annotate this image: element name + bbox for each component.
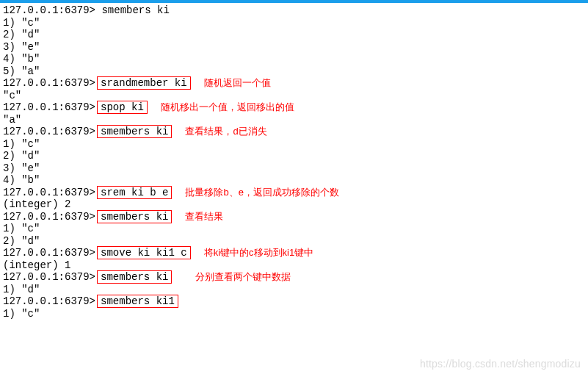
cmd-text: smembers ki [101,4,169,17]
cmd-line: 127.0.0.1:6379>smembers ki1 [3,295,585,308]
cmd-line: 127.0.0.1:6379> smembers ki [3,4,585,17]
output-line: 2) "d" [3,150,585,162]
highlighted-command: smove ki ki1 c [97,246,191,259]
output-line: 3) "e" [3,162,585,175]
highlighted-command: smembers ki1 [97,295,178,308]
output-line: "a" [3,114,585,126]
prompt: 127.0.0.1:6379> [3,77,95,90]
output-line: 4) "b" [3,53,585,65]
output-line: 1) "c" [3,308,585,320]
output-line: 1) "c" [3,17,585,29]
annotation: 查看结果，d已消失 [185,126,266,138]
annotation: 批量移除b、e，返回成功移除的个数 [185,187,338,199]
output-line: 3) "e" [3,41,585,54]
cmd-line: 127.0.0.1:6379>smembers ki查看结果 [3,211,585,223]
output-line: 4) "b" [3,174,585,187]
output-line: (integer) 1 [3,259,585,272]
output-line: 1) "c" [3,138,585,151]
prompt: 127.0.0.1:6379> [3,211,95,223]
highlighted-command: srandmember ki [97,76,191,90]
cmd-line: 127.0.0.1:6379>smembers ki查看结果，d已消失 [3,126,585,138]
annotation: 随机移出一个值，返回移出的值 [161,101,294,114]
highlighted-command: smembers ki [97,210,172,223]
prompt: 127.0.0.1:6379> [3,4,95,17]
annotation: 分别查看两个键中数据 [195,271,291,284]
highlighted-command: smembers ki [97,125,172,138]
prompt: 127.0.0.1:6379> [3,295,95,308]
prompt: 127.0.0.1:6379> [3,271,95,284]
watermark: https://blog.csdn.net/shengmodizu [420,358,581,370]
prompt: 127.0.0.1:6379> [3,101,95,114]
output-line: 1) "c" [3,223,585,235]
annotation: 将ki键中的c移动到ki1键中 [204,247,314,259]
cmd-line: 127.0.0.1:6379>srandmember ki随机返回一个值 [3,77,585,90]
cmd-line: 127.0.0.1:6379>srem ki b e批量移除b、e，返回成功移除… [3,187,585,199]
output-line: 1) "d" [3,284,585,296]
output-line: 2) "d" [3,29,585,41]
highlighted-command: spop ki [97,101,148,114]
prompt: 127.0.0.1:6379> [3,247,95,259]
highlighted-command: smembers ki [97,270,172,284]
terminal-output: 127.0.0.1:6379> smembers ki 1) "c" 2) "d… [0,3,588,323]
output-line: 2) "d" [3,235,585,248]
prompt: 127.0.0.1:6379> [3,126,95,138]
cmd-line: 127.0.0.1:6379>smove ki ki1 c将ki键中的c移动到k… [3,247,585,259]
output-line: 5) "a" [3,65,585,78]
annotation: 查看结果 [185,211,223,223]
prompt: 127.0.0.1:6379> [3,187,95,199]
annotation: 随机返回一个值 [204,77,271,90]
output-line: "c" [3,90,585,102]
output-line: (integer) 2 [3,198,585,211]
cmd-line: 127.0.0.1:6379>spop ki随机移出一个值，返回移出的值 [3,101,585,114]
cmd-line: 127.0.0.1:6379>smembers ki分别查看两个键中数据 [3,271,585,284]
highlighted-command: srem ki b e [97,186,172,199]
